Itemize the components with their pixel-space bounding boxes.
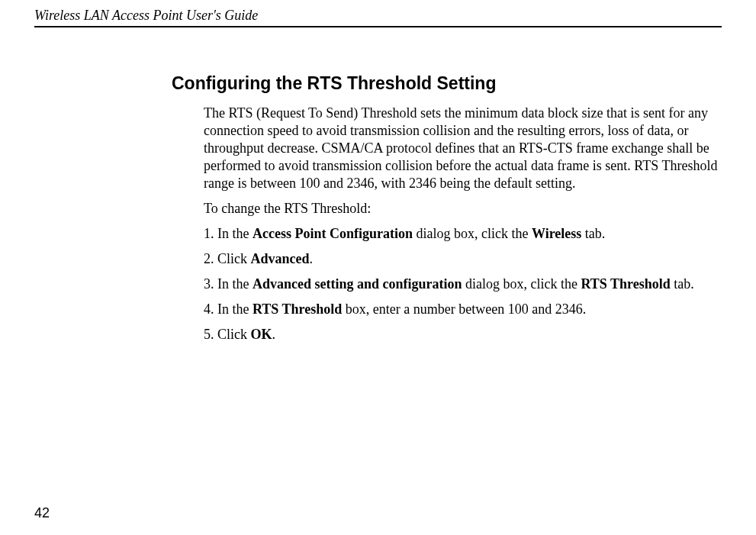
step-text: box, enter a number between 100 and 2346… — [342, 301, 586, 317]
step-text: dialog box, click the — [413, 226, 532, 241]
main-content: Configuring the RTS Threshold Setting Th… — [172, 73, 722, 343]
step-bold: OK — [251, 327, 272, 342]
step-text: dialog box, click the — [462, 276, 581, 292]
step-bold: Advanced setting and configuration — [253, 276, 462, 292]
page-number: 42 — [34, 505, 50, 521]
step-number: 5. — [204, 327, 214, 342]
step-text: In the — [217, 226, 253, 241]
step-bold: RTS Threshold — [581, 276, 670, 292]
step-number: 2. — [204, 251, 214, 266]
lead-paragraph: To change the RTS Threshold: — [204, 200, 722, 218]
step-text: Click — [217, 251, 251, 266]
step-bold: RTS Threshold — [253, 301, 342, 317]
step-text: tab. — [671, 276, 694, 292]
document-header: Wireless LAN Access Point User's Guide — [34, 8, 722, 27]
step-number: 3. — [204, 276, 214, 292]
step-text: Click — [217, 327, 251, 342]
step-bold: Wireless — [532, 226, 581, 241]
step-number: 1. — [204, 226, 214, 241]
step-number: 4. — [204, 301, 214, 317]
step-text: In the — [217, 276, 253, 292]
step-2: 2. Click Advanced. — [204, 250, 722, 268]
step-1: 1. In the Access Point Configuration dia… — [204, 225, 722, 243]
header-title: Wireless LAN Access Point User's Guide — [34, 8, 258, 23]
step-5: 5. Click OK. — [204, 326, 722, 343]
step-text: tab. — [581, 226, 605, 241]
step-text: In the — [217, 301, 253, 317]
step-3: 3. In the Advanced setting and configura… — [204, 276, 722, 293]
step-bold: Advanced — [251, 251, 310, 266]
section-heading: Configuring the RTS Threshold Setting — [172, 73, 722, 94]
step-4: 4. In the RTS Threshold box, enter a num… — [204, 301, 722, 318]
step-bold: Access Point Configuration — [253, 226, 413, 241]
step-text: . — [272, 327, 276, 342]
intro-paragraph: The RTS (Request To Send) Threshold sets… — [204, 105, 722, 192]
step-text: . — [310, 251, 314, 266]
